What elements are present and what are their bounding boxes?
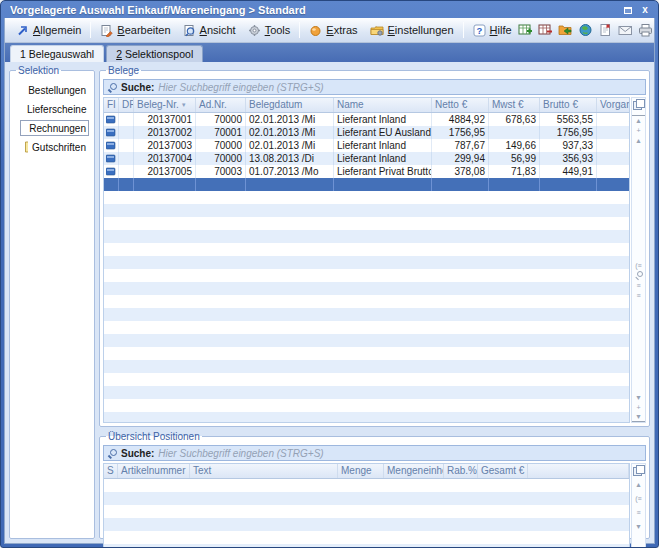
belege-row[interactable]: 20137004 70000 13.08.2013 /Di Lieferant …: [104, 152, 629, 165]
column-header[interactable]: S: [104, 464, 118, 478]
empty-row: [104, 505, 629, 518]
scroll-bottom-icon[interactable]: ▼: [632, 412, 645, 422]
tab-selektionspool[interactable]: 2 Selektionspool: [106, 45, 203, 62]
empty-row: [104, 269, 629, 282]
cell-vorgang: 62: [597, 165, 629, 178]
empty-row: [104, 191, 629, 204]
dr-cell: [119, 139, 134, 152]
insert2-icon[interactable]: +: [632, 402, 645, 412]
belege-tool-strip: ▲ + ▲ (≡ ≡ ≡ ▼ + ▼: [631, 97, 646, 423]
positionen-search-input[interactable]: [158, 447, 641, 459]
scroll-up-icon[interactable]: ▲: [632, 135, 645, 145]
sidebar-item-bestellungen[interactable]: Bestellungen: [20, 82, 89, 98]
sidebar-item-rechnungen[interactable]: Rechnungen: [20, 120, 89, 136]
menu-separator: [463, 22, 464, 38]
edit-document-icon: [100, 24, 113, 37]
positionen-rows: [104, 479, 629, 548]
goto-icon[interactable]: (≡: [632, 493, 645, 503]
extras-orb-icon: [309, 24, 322, 37]
table-export-icon[interactable]: [518, 23, 534, 38]
cell-mwst: 149,66: [489, 139, 540, 152]
belege-row[interactable]: 20137003 70000 02.01.2013 /Mi Lieferant …: [104, 139, 629, 152]
cell-belegdatum: 01.07.2013 /Mo: [246, 165, 334, 178]
cell-mwst: 71,83: [489, 165, 540, 178]
menu-extras[interactable]: Extras: [303, 22, 363, 39]
column-chooser-icon[interactable]: [633, 465, 644, 475]
close-button[interactable]: x: [638, 4, 652, 16]
cell-beleg-nr: 20137001: [134, 113, 196, 126]
menu-separator: [299, 22, 300, 38]
menu-hilfe[interactable]: ? Hilfe: [467, 22, 518, 39]
column-header[interactable]: Name: [334, 98, 432, 112]
cell-name: Lieferant EU Ausland: [334, 126, 432, 139]
column-header[interactable]: Vorgang: [597, 98, 630, 112]
list-icon[interactable]: ≡: [632, 507, 645, 517]
column-header[interactable]: Menge: [338, 464, 384, 478]
belege-search-input[interactable]: [158, 81, 641, 93]
document-flag-icon[interactable]: [598, 23, 614, 38]
list-icon[interactable]: ≡: [632, 280, 645, 290]
column-header[interactable]: Netto €: [432, 98, 489, 112]
scroll-down-icon[interactable]: ▼: [632, 521, 645, 531]
empty-row: [104, 321, 629, 334]
column-header[interactable]: Artikelnummer: [118, 464, 190, 478]
column-header[interactable]: Ad.Nr.: [196, 98, 246, 112]
cell-mwst: 678,63: [489, 113, 540, 126]
sort-icon[interactable]: ≡: [632, 290, 645, 300]
fibu-book-icon: [104, 126, 119, 139]
dr-cell: [119, 152, 134, 165]
restore-button[interactable]: [621, 4, 635, 16]
belege-row[interactable]: 20137001 70000 02.01.2013 /Mi Lieferant …: [104, 113, 629, 126]
print-icon[interactable]: [638, 23, 654, 38]
column-header[interactable]: Mengeneinheit: [384, 464, 444, 478]
column-header[interactable]: Rab.%: [444, 464, 478, 478]
folder-export-icon[interactable]: [558, 23, 574, 38]
scroll-up-icon[interactable]: ▲: [632, 479, 645, 489]
window-title: Vorgelagerte Auswahl Einkauf/Wareneingan…: [10, 4, 618, 16]
insert-icon[interactable]: +: [632, 125, 645, 135]
belege-legend: Belege: [106, 65, 141, 76]
sidebar-item-lieferscheine[interactable]: Lieferscheine: [20, 101, 89, 117]
belege-row[interactable]: 20137002 70001 02.01.2013 /Mi Lieferant …: [104, 126, 629, 139]
menu-allgemein[interactable]: Allgemein: [10, 22, 87, 39]
menu-tools[interactable]: Tools: [242, 22, 297, 39]
tabstrip: 1 Belegauswahl 2 Selektionspool: [5, 43, 654, 62]
column-header[interactable]: FI: [104, 98, 119, 112]
document-icon: [23, 141, 28, 153]
empty-row: [104, 256, 629, 269]
empty-row: [104, 308, 629, 321]
column-header[interactable]: Text: [190, 464, 338, 478]
globe-icon[interactable]: [578, 23, 594, 38]
cell-beleg-nr: 20137003: [134, 139, 196, 152]
column-header[interactable]: Brutto €: [540, 98, 597, 112]
menu-ansicht[interactable]: Ansicht: [177, 22, 242, 39]
column-chooser-icon[interactable]: [633, 99, 644, 109]
selektion-groupbox: Selektion Bestellungen Lieferscheine Rec…: [9, 65, 95, 539]
empty-row: [104, 334, 629, 347]
empty-row: [104, 347, 629, 360]
belege-row[interactable]: 20137005 70003 01.07.2013 /Mo Lieferant …: [104, 165, 629, 178]
mail-icon[interactable]: [618, 23, 634, 38]
app-window: Vorgelagerte Auswahl Einkauf/Wareneingan…: [0, 0, 659, 548]
empty-row: [104, 230, 629, 243]
cell-vorgang: 58: [597, 113, 629, 126]
column-header[interactable]: Gesamt €: [478, 464, 528, 478]
table-import-icon[interactable]: [538, 23, 554, 38]
column-header[interactable]: Mwst €: [489, 98, 540, 112]
column-header-sorted[interactable]: Beleg-Nr.▼: [134, 98, 196, 112]
menu-bearbeiten[interactable]: Bearbeiten: [94, 22, 176, 39]
tab-belegauswahl[interactable]: 1 Belegauswahl: [10, 45, 104, 62]
scroll-top-icon[interactable]: ▲: [632, 115, 645, 125]
column-header[interactable]: DR: [119, 98, 134, 112]
svg-text:?: ?: [476, 25, 482, 36]
cell-ad-nr: 70001: [196, 126, 246, 139]
column-header[interactable]: Belegdatum: [246, 98, 334, 112]
zoom-icon[interactable]: [632, 270, 645, 280]
cell-name: Lieferant Inland: [334, 139, 432, 152]
goto-icon[interactable]: (≡: [632, 260, 645, 270]
menu-einstellungen[interactable]: Einstellungen: [364, 22, 460, 39]
scroll-down-icon[interactable]: ▼: [632, 392, 645, 402]
sidebar-item-gutschriften[interactable]: Gutschriften: [20, 139, 89, 155]
cell-beleg-nr: 20137004: [134, 152, 196, 165]
selected-row[interactable]: [104, 178, 629, 191]
